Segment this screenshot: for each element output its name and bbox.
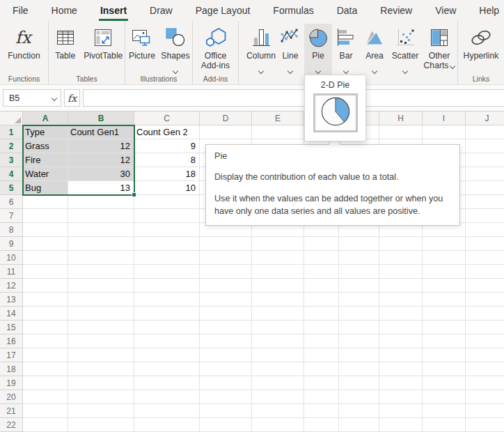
cell-c9[interactable] (134, 237, 200, 251)
cell-e16[interactable] (252, 334, 304, 348)
cell-c8[interactable] (134, 223, 200, 237)
cell-e9[interactable] (252, 237, 304, 251)
cell-e20[interactable] (252, 390, 304, 404)
row-header-7[interactable]: 7 (0, 209, 23, 223)
cell-b22[interactable] (68, 418, 134, 432)
row-header-13[interactable]: 13 (0, 293, 23, 307)
row-header-18[interactable]: 18 (0, 362, 23, 376)
menu-tab-review[interactable]: Review (380, 0, 412, 21)
cell-a17[interactable] (23, 348, 68, 362)
cell-a18[interactable] (23, 362, 68, 376)
cell-c6[interactable] (134, 195, 200, 209)
cell-b10[interactable] (68, 251, 134, 265)
cell-c10[interactable] (134, 251, 200, 265)
cell-a3[interactable]: Fire (23, 153, 68, 167)
cell-g10[interactable] (339, 251, 379, 265)
cell-b16[interactable] (68, 334, 134, 348)
cell-i10[interactable] (423, 251, 466, 265)
cell-h1[interactable] (379, 125, 423, 139)
cell-b14[interactable] (68, 307, 134, 321)
cell-b7[interactable] (68, 209, 134, 223)
cell-i17[interactable] (423, 348, 466, 362)
ribbon-button-function[interactable]: fxFunction (2, 24, 47, 74)
cell-e12[interactable] (252, 279, 304, 293)
cell-b2[interactable]: 12 (68, 139, 134, 153)
cell-d15[interactable] (200, 321, 252, 334)
cell-h11[interactable] (379, 265, 423, 279)
cell-g16[interactable] (339, 334, 379, 348)
cell-a15[interactable] (23, 321, 68, 334)
cell-f13[interactable] (304, 293, 339, 307)
cell-i16[interactable] (423, 334, 466, 348)
cell-h10[interactable] (379, 251, 423, 265)
cell-h21[interactable] (379, 404, 423, 418)
cell-h15[interactable] (379, 321, 423, 334)
cell-b12[interactable] (68, 279, 134, 293)
cell-a20[interactable] (23, 390, 68, 404)
cell-g9[interactable] (339, 237, 379, 251)
cell-f12[interactable] (304, 279, 339, 293)
cell-e10[interactable] (252, 251, 304, 265)
cell-g12[interactable] (339, 279, 379, 293)
column-header-e[interactable]: E (252, 111, 304, 125)
row-header-1[interactable]: 1 (0, 125, 23, 139)
cell-g19[interactable] (339, 376, 379, 390)
cell-j8[interactable] (466, 223, 504, 237)
cell-j15[interactable] (466, 321, 504, 334)
row-header-15[interactable]: 15 (0, 321, 23, 334)
cell-d16[interactable] (200, 334, 252, 348)
cell-g13[interactable] (339, 293, 379, 307)
cell-h14[interactable] (379, 307, 423, 321)
cell-h18[interactable] (379, 362, 423, 376)
cell-h22[interactable] (379, 418, 423, 432)
cell-e22[interactable] (252, 418, 304, 432)
menu-tab-page-layout[interactable]: Page Layout (196, 0, 251, 21)
cell-c15[interactable] (134, 321, 200, 334)
cell-c14[interactable] (134, 307, 200, 321)
cell-e11[interactable] (252, 265, 304, 279)
menu-tab-formulas[interactable]: Formulas (273, 0, 313, 21)
select-all-button[interactable] (0, 111, 23, 125)
cell-d14[interactable] (200, 307, 252, 321)
cell-a7[interactable] (23, 209, 68, 223)
cell-e13[interactable] (252, 293, 304, 307)
cell-d9[interactable] (200, 237, 252, 251)
menu-tab-help[interactable]: Help (479, 0, 499, 21)
cell-a8[interactable] (23, 223, 68, 237)
cell-a19[interactable] (23, 376, 68, 390)
cell-f16[interactable] (304, 334, 339, 348)
cell-f14[interactable] (304, 307, 339, 321)
cell-d21[interactable] (200, 404, 252, 418)
cell-e1[interactable] (252, 125, 304, 139)
cell-j13[interactable] (466, 293, 504, 307)
cell-f19[interactable] (304, 376, 339, 390)
cell-c22[interactable] (134, 418, 200, 432)
cell-a21[interactable] (23, 404, 68, 418)
row-header-5[interactable]: 5 (0, 181, 23, 195)
cell-d12[interactable] (200, 279, 252, 293)
column-header-h[interactable]: H (379, 111, 423, 125)
cell-h20[interactable] (379, 390, 423, 404)
ribbon-button-picture[interactable]: Picture (125, 24, 159, 74)
cell-h13[interactable] (379, 293, 423, 307)
cell-h17[interactable] (379, 348, 423, 362)
cell-c3[interactable]: 8 (134, 153, 200, 167)
cell-g22[interactable] (339, 418, 379, 432)
ribbon-button-table[interactable]: Table (49, 24, 82, 74)
column-header-b[interactable]: B (68, 111, 134, 125)
cell-c11[interactable] (134, 265, 200, 279)
cell-j11[interactable] (466, 265, 504, 279)
cell-e18[interactable] (252, 362, 304, 376)
row-header-6[interactable]: 6 (0, 195, 23, 209)
cell-b1[interactable]: Count Gen1 (68, 125, 134, 139)
cell-b21[interactable] (68, 404, 134, 418)
row-header-2[interactable]: 2 (0, 139, 23, 153)
ribbon-button-bar[interactable]: Bar (332, 24, 360, 74)
cell-e19[interactable] (252, 376, 304, 390)
column-header-a[interactable]: A (23, 111, 68, 125)
cell-d11[interactable] (200, 265, 252, 279)
cell-c16[interactable] (134, 334, 200, 348)
cell-f18[interactable] (304, 362, 339, 376)
row-header-10[interactable]: 10 (0, 251, 23, 265)
row-header-14[interactable]: 14 (0, 307, 23, 321)
